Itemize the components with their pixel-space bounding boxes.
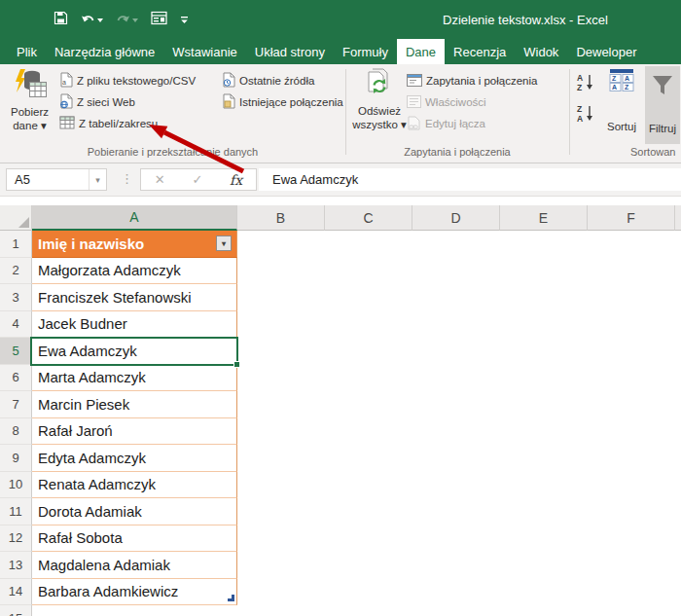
tab-deweloper[interactable]: Deweloper: [567, 39, 645, 64]
tab-formuly[interactable]: Formuły: [334, 39, 397, 64]
column-headers: A B C D E F: [0, 205, 681, 231]
cell-a7[interactable]: Marcin Piesek: [32, 391, 237, 418]
recent-sources-button[interactable]: Ostatnie źródła: [222, 70, 343, 91]
svg-text:A: A: [625, 75, 629, 82]
tab-plik[interactable]: Plik: [8, 39, 46, 64]
sort-za-button[interactable]: ZA: [576, 103, 597, 123]
save-button[interactable]: [54, 11, 68, 29]
tab-uklad-strony[interactable]: Układ strony: [246, 39, 334, 64]
group-label-get-transform: Pobieranie i przekształcanie danych: [0, 146, 345, 158]
sheet-empty-area[interactable]: [237, 231, 681, 616]
cell-a8[interactable]: Rafał Jaroń: [32, 418, 237, 446]
table-header-cell[interactable]: Imię i nazwisko ▾: [32, 231, 237, 258]
row-header-11[interactable]: 11: [0, 498, 32, 525]
get-data-button[interactable]: Pobierz dane ▾: [3, 68, 56, 144]
name-box-caret-icon[interactable]: ▾: [89, 169, 106, 190]
enter-icon[interactable]: ✓: [192, 172, 202, 187]
redo-dropdown-caret-icon: [132, 18, 138, 22]
cell-a14[interactable]: Barbara Adamkiewicz: [32, 579, 237, 606]
save-icon: [54, 11, 68, 29]
get-data-icon: [13, 68, 48, 102]
text-csv-file-icon: a: [59, 72, 73, 90]
row-header-9[interactable]: 9: [0, 445, 32, 472]
dropdown-caret-icon: ▾: [41, 120, 47, 131]
formula-bar-resize-handle[interactable]: ⋮: [121, 171, 133, 186]
row-header-5[interactable]: 5: [0, 338, 32, 365]
customize-qat-button[interactable]: [180, 12, 189, 29]
refresh-all-button[interactable]: Odśwież wszystko ▾: [350, 68, 409, 144]
group-label-queries: Zapytania i połączenia: [345, 146, 569, 158]
cell-a3[interactable]: Franciszek Stefanowski: [32, 284, 237, 311]
properties-button: Właściwości: [407, 91, 537, 113]
edit-links-button: Edytuj łącza: [407, 113, 537, 134]
row-header-2[interactable]: 2: [0, 258, 32, 285]
cancel-icon[interactable]: ✕: [155, 172, 165, 187]
column-header-e[interactable]: E: [500, 205, 588, 231]
group-label-sort-filter: Sortowan: [630, 146, 681, 158]
svg-text:Z: Z: [625, 84, 629, 91]
formula-input[interactable]: Ewa Adamczyk: [259, 168, 681, 191]
row-header-15[interactable]: 15: [0, 605, 32, 616]
tab-wstawianie[interactable]: Wstawianie: [163, 39, 245, 64]
window-title: Dzielenie tekstow.xlsx - Excel: [443, 13, 608, 27]
cell-a12[interactable]: Rafał Sobota: [32, 525, 237, 553]
cell-a10[interactable]: Renata Adamczyk: [32, 472, 237, 499]
cell-a6[interactable]: Marta Adamczyk: [32, 365, 237, 392]
cell-a9[interactable]: Edyta Adamczyk: [32, 445, 237, 472]
ribbon: Pobierz dane ▾ a Z pliku tekstowego/CSV …: [0, 64, 681, 163]
name-box[interactable]: A5 ▾: [6, 168, 107, 191]
undo-dropdown-caret-icon[interactable]: [97, 18, 103, 22]
column-header-c[interactable]: C: [325, 205, 412, 231]
row-header-14[interactable]: 14: [0, 579, 32, 606]
tab-recenzja[interactable]: Recenzja: [445, 39, 515, 64]
qat-customize-icon: [180, 12, 189, 29]
svg-text:a: a: [62, 79, 66, 86]
filter-dropdown-button[interactable]: ▾: [216, 236, 232, 251]
row-header-13[interactable]: 13: [0, 552, 32, 579]
row-header-8[interactable]: 8: [0, 418, 32, 446]
existing-connections-button[interactable]: Istniejące połączenia: [222, 91, 343, 113]
from-text-csv-button[interactable]: a Z pliku tekstowego/CSV: [59, 70, 196, 91]
row-header-1[interactable]: 1: [0, 231, 32, 258]
row-header-7[interactable]: 7: [0, 391, 32, 418]
cell-a13[interactable]: Magdalena Adamiak: [32, 552, 237, 579]
queries-connections-icon: [407, 74, 422, 89]
table-resize-handle[interactable]: [228, 595, 234, 601]
filter-button[interactable]: Filtruj: [645, 66, 680, 144]
column-header-a[interactable]: A: [32, 205, 237, 231]
row-header-4[interactable]: 4: [0, 311, 32, 339]
redo-button[interactable]: [116, 12, 138, 29]
formula-buttons: ✕ ✓ fx: [140, 168, 257, 191]
recent-sources-icon: [222, 72, 235, 90]
cell-a4[interactable]: Jacek Budner: [32, 311, 237, 339]
web-file-icon: [59, 93, 73, 111]
ribbon-group-divider: [345, 69, 346, 155]
cell-a5-selected[interactable]: Ewa Adamczyk: [32, 338, 237, 365]
column-header-d[interactable]: D: [412, 205, 500, 231]
undo-button[interactable]: [81, 12, 103, 29]
from-table-range-button[interactable]: Z tabeli/zakresu: [59, 113, 196, 134]
column-header-b[interactable]: B: [237, 205, 325, 231]
row-header-3[interactable]: 3: [0, 284, 32, 311]
tab-widok[interactable]: Widok: [515, 39, 567, 64]
row-header-12[interactable]: 12: [0, 525, 32, 553]
queries-connections-button[interactable]: Zapytania i połączenia: [407, 70, 537, 91]
row-header-10[interactable]: 10: [0, 472, 32, 499]
touch-mode-button[interactable]: [151, 11, 167, 29]
insert-function-icon[interactable]: fx: [230, 172, 242, 188]
dropdown-caret-icon: ▾: [401, 119, 407, 130]
filter-caret-icon: ▾: [222, 239, 226, 248]
sort-az-button[interactable]: AZ: [576, 72, 597, 91]
select-all-button[interactable]: [0, 205, 32, 231]
fill-handle[interactable]: [233, 361, 240, 368]
refresh-all-icon: [364, 68, 395, 101]
column-header-f[interactable]: F: [588, 205, 675, 231]
tab-narzedzia-glowne[interactable]: Narzędzia główne: [46, 39, 163, 64]
table-range-icon: [59, 116, 75, 131]
cell-a2[interactable]: Małgorzata Adamczyk: [32, 258, 237, 285]
row-header-6[interactable]: 6: [0, 365, 32, 392]
cell-a11[interactable]: Dorota Adamiak: [32, 498, 237, 525]
tab-dane[interactable]: Dane: [397, 39, 445, 64]
from-web-button[interactable]: Z sieci Web: [59, 91, 196, 113]
sort-button[interactable]: Z A A Z Sortuj: [600, 68, 643, 144]
